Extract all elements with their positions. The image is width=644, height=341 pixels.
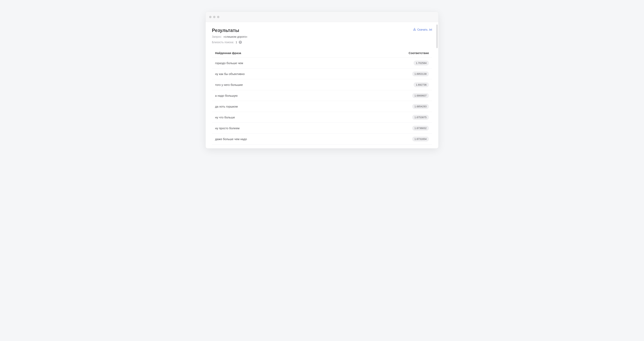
phrase-cell: того у него большие	[215, 83, 243, 86]
window-close-button[interactable]	[209, 16, 212, 18]
table-body: гораздо больше чем1.702584ну как бы объе…	[212, 58, 432, 144]
phrase-cell: да хоть горшком	[215, 105, 238, 108]
phrase-cell: гораздо больше чем	[215, 61, 243, 65]
page-title: Результаты	[212, 28, 239, 33]
score-cell: 1.6736832	[401, 126, 429, 130]
query-value: «слишком дорого»	[223, 35, 248, 38]
score-cell: 1.6854293	[401, 104, 429, 108]
phrase-cell: ну что больше	[215, 116, 235, 119]
score-badge: 1.6736832	[412, 126, 429, 131]
window-titlebar	[206, 12, 438, 22]
score-badge: 1.702584	[414, 60, 429, 66]
score-cell: 1.6953138	[401, 72, 429, 76]
score-badge: 1.6753875	[412, 115, 429, 120]
window-maximize-button[interactable]	[217, 16, 220, 18]
phrase-cell: ну просто болеем	[215, 126, 240, 130]
download-label: Скачать .txt	[417, 28, 432, 31]
proximity-label: Близость поиска:	[212, 41, 234, 44]
download-icon	[413, 28, 416, 32]
window-controls	[209, 16, 220, 18]
score-badge: 1.6854293	[412, 104, 429, 109]
proximity-row: Близость поиска: 1 ?	[212, 41, 432, 44]
table-row: того у него большие1.692736	[212, 79, 432, 90]
help-icon[interactable]: ?	[239, 41, 242, 44]
query-label: Запрос:	[212, 35, 222, 38]
col-header-score: Соответствие	[401, 51, 429, 55]
table-row: даже больше чем надо1.6731654	[212, 134, 432, 144]
table-row: ну просто болеем1.6736832	[212, 123, 432, 134]
score-badge: 1.6869607	[412, 93, 429, 98]
score-badge: 1.692736	[414, 82, 429, 87]
score-cell: 1.6753875	[401, 116, 429, 119]
table-row: ну что больше1.6753875	[212, 112, 432, 123]
phrase-cell: а надо большую	[215, 94, 238, 97]
table-row: а надо большую1.6869607	[212, 90, 432, 101]
score-cell: 1.702584	[401, 61, 429, 65]
window-minimize-button[interactable]	[213, 16, 216, 18]
score-badge: 1.6953138	[412, 72, 429, 76]
results-table: Найденная фраза Соответствие гораздо бол…	[212, 48, 432, 144]
app-window: Результаты Скачать .txt Запрос: «слишком…	[206, 12, 438, 148]
content-area: Результаты Скачать .txt Запрос: «слишком…	[206, 22, 438, 148]
table-row: да хоть горшком1.6854293	[212, 101, 432, 112]
table-row: ну как бы объективно1.6953138	[212, 68, 432, 79]
col-header-phrase: Найденная фраза	[215, 51, 241, 55]
phrase-cell: ну как бы объективно	[215, 72, 245, 76]
score-cell: 1.692736	[401, 83, 429, 86]
table-row: гораздо больше чем1.702584	[212, 58, 432, 68]
proximity-value: 1	[236, 41, 237, 44]
query-row: Запрос: «слишком дорого»	[212, 35, 432, 38]
score-badge: 1.6731654	[412, 136, 429, 142]
table-header: Найденная фраза Соответствие	[212, 48, 432, 58]
score-cell: 1.6869607	[401, 94, 429, 97]
score-cell: 1.6731654	[401, 137, 429, 141]
phrase-cell: даже больше чем надо	[215, 137, 247, 141]
header-row: Результаты Скачать .txt	[212, 28, 432, 33]
vertical-scrollbar[interactable]	[436, 24, 438, 48]
download-txt-link[interactable]: Скачать .txt	[413, 28, 432, 32]
